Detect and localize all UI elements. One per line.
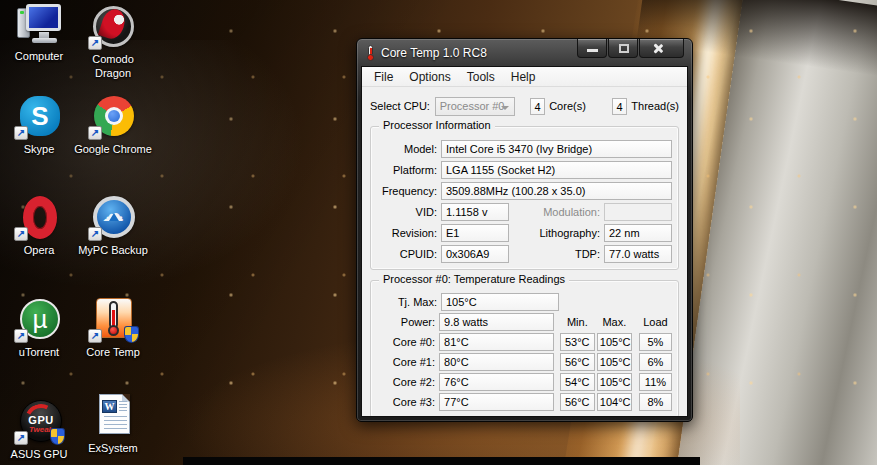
- column-header-load: Load: [639, 316, 672, 328]
- gpu-tweak-icon: GPUTweak ↗: [16, 400, 62, 444]
- core-temp-window: Core Temp 1.0 RC8 File Options Tools Hel…: [356, 38, 693, 422]
- app-thermometer-icon: [365, 45, 375, 61]
- desktop-icon-label: Opera: [24, 243, 55, 257]
- desktop-icon-opera[interactable]: ↗ Opera: [0, 196, 80, 257]
- shortcut-arrow-icon: ↗: [88, 36, 102, 50]
- desktop-icon-word-document[interactable]: W ExSystem: [72, 394, 154, 455]
- core-load-field: 6%: [639, 353, 672, 371]
- uac-shield-icon: [124, 326, 139, 343]
- menu-tools[interactable]: Tools: [459, 68, 503, 86]
- processor-select-dropdown[interactable]: Processor #0: [435, 97, 515, 116]
- menu-help[interactable]: Help: [503, 68, 544, 86]
- opera-icon: ↗: [16, 196, 62, 240]
- core-label: Core #2:: [373, 376, 439, 388]
- desktop: { "desktop": { "icons": [ { "id": "compu…: [0, 0, 877, 465]
- desktop-icon-comodo-dragon[interactable]: ↗ Comodo Dragon: [72, 5, 154, 80]
- shortcut-arrow-icon: ↗: [88, 329, 102, 343]
- desktop-icon-label: Core Temp: [86, 345, 140, 359]
- desktop-icon-label: Google Chrome: [74, 142, 152, 156]
- core-temp-field: 80°C: [439, 353, 554, 371]
- core-load-field: 5%: [639, 333, 672, 351]
- column-header-min: Min.: [560, 316, 595, 328]
- cores-label: Core(s): [549, 100, 586, 112]
- comodo-dragon-icon: ↗: [90, 5, 136, 49]
- maximize-button[interactable]: [608, 39, 638, 58]
- word-document-icon: W: [90, 394, 136, 438]
- desktop-icon-utorrent[interactable]: µ ↗ uTorrent: [0, 298, 80, 359]
- lithography-label: Lithography:: [509, 227, 604, 239]
- core-load-field: 11%: [639, 373, 672, 391]
- cpuid-field: 0x306A9: [441, 245, 509, 263]
- vid-label: VID:: [373, 206, 441, 218]
- revision-field: E1: [441, 224, 509, 242]
- desktop-icon-label: MyPC Backup: [78, 243, 148, 257]
- core-count-field: 4: [530, 98, 545, 115]
- desktop-icon-computer[interactable]: Computer: [0, 2, 80, 63]
- model-field: Intel Core i5 3470 (Ivy Bridge): [441, 140, 672, 158]
- core-max-field: 105°C: [597, 353, 632, 371]
- core-temp-field: 81°C: [439, 333, 554, 351]
- core-temp-field: 76°C: [439, 373, 554, 391]
- menu-bar: File Options Tools Help: [362, 67, 687, 87]
- desktop-icon-google-chrome[interactable]: ↗ Google Chrome: [72, 95, 154, 156]
- lithography-field: 22 nm: [604, 224, 672, 242]
- tj-max-field: 105°C: [441, 293, 559, 311]
- select-cpu-label: Select CPU:: [370, 100, 435, 112]
- vid-field: 1.1158 v: [441, 203, 509, 221]
- shortcut-arrow-icon: ↗: [14, 431, 28, 445]
- desktop-icon-label: uTorrent: [19, 345, 59, 359]
- minimize-icon: [587, 49, 598, 52]
- model-label: Model:: [373, 143, 441, 155]
- core-min-field: 56°C: [560, 393, 595, 411]
- wallpaper-silver-band: [662, 0, 877, 465]
- desktop-icon-asus-gpu[interactable]: GPUTweak ↗ ASUS GPU: [0, 400, 80, 461]
- chrome-icon: ↗: [90, 95, 136, 139]
- threads-label: Thread(s): [631, 100, 679, 112]
- computer-icon: [16, 2, 62, 46]
- core-row: Core #1: 80°C 56°C 105°C 6%: [373, 352, 672, 372]
- core-label: Core #3:: [373, 396, 439, 408]
- core-load-field: 8%: [639, 393, 672, 411]
- select-cpu-row: Select CPU: Processor #0 4 Core(s) 4 Thr…: [370, 96, 679, 116]
- desktop-icon-core-temp[interactable]: ↗ Core Temp: [72, 298, 154, 359]
- thread-count-field: 4: [612, 98, 627, 115]
- shortcut-arrow-icon: ↗: [14, 126, 28, 140]
- tdp-field: 77.0 watts: [604, 245, 672, 263]
- core-temp-field: 77°C: [439, 393, 554, 411]
- window-title: Core Temp 1.0 RC8: [381, 46, 487, 60]
- core-label: Core #0:: [373, 336, 439, 348]
- minimize-button[interactable]: [577, 39, 607, 58]
- wallpaper-sheen: [0, 40, 320, 300]
- menu-file[interactable]: File: [366, 68, 401, 86]
- tdp-label: TDP:: [509, 248, 604, 260]
- revision-label: Revision:: [373, 227, 441, 239]
- core-min-field: 56°C: [560, 353, 595, 371]
- core-max-field: 105°C: [597, 373, 632, 391]
- close-button[interactable]: [639, 39, 684, 58]
- shortcut-arrow-icon: ↗: [88, 126, 102, 140]
- core-label: Core #1:: [373, 356, 439, 368]
- power-label: Power:: [373, 316, 439, 328]
- desktop-icon-label: ExSystem: [88, 441, 138, 455]
- maximize-icon: [619, 44, 629, 53]
- skype-icon: S ↗: [16, 95, 62, 139]
- shortcut-arrow-icon: ↗: [88, 227, 102, 241]
- window-content: Select CPU: Processor #0 4 Core(s) 4 Thr…: [362, 96, 687, 417]
- window-client-area: File Options Tools Help Select CPU: Proc…: [361, 66, 688, 417]
- title-bar[interactable]: Core Temp 1.0 RC8: [357, 39, 692, 66]
- desktop-icon-mypc-backup[interactable]: ☁ ↗ MyPC Backup: [72, 196, 154, 257]
- desktop-icon-label: Skype: [24, 142, 55, 156]
- uac-shield-icon: [50, 428, 65, 445]
- platform-label: Platform:: [373, 164, 441, 176]
- desktop-icon-skype[interactable]: S ↗ Skype: [0, 95, 80, 156]
- group-title: Processor #0: Temperature Readings: [379, 273, 569, 285]
- core-min-field: 53°C: [560, 333, 595, 351]
- group-title: Processor Information: [379, 119, 495, 131]
- core-min-field: 54°C: [560, 373, 595, 391]
- menu-options[interactable]: Options: [401, 68, 458, 86]
- desktop-icon-label: ASUS GPU: [11, 447, 68, 461]
- column-header-max: Max.: [597, 316, 632, 328]
- cpuid-label: CPUID:: [373, 248, 441, 260]
- utorrent-icon: µ ↗: [16, 298, 62, 342]
- desktop-icon-label: Computer: [15, 49, 63, 63]
